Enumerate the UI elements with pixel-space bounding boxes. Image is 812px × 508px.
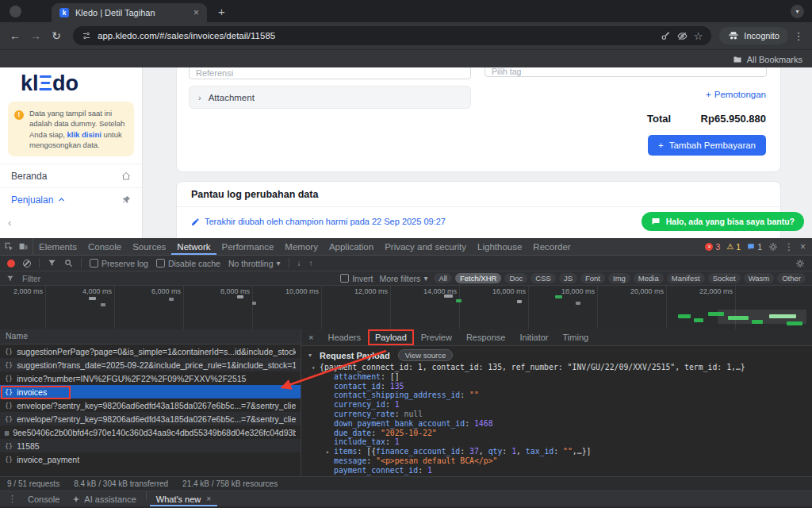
request-row-9ee50406c2b00bfd4c970e140c36[interactable]: ▤9ee50406c2b00bfd4c970e140c360d34aa9c4db… [0, 425, 301, 439]
notice-link[interactable]: klik disini [67, 130, 102, 139]
detail-tab-timing[interactable]: Timing [556, 329, 596, 345]
profile-avatar[interactable] [10, 6, 21, 17]
throttling-dropdown[interactable]: No throttling▾ [228, 259, 281, 268]
pemotongan-link[interactable]: + Pemotongan [706, 90, 766, 99]
request-row-invoice-payment[interactable]: {}invoice_payment [0, 452, 301, 466]
filter-chip-font[interactable]: Font [580, 273, 605, 283]
forward-button[interactable]: → [27, 29, 44, 42]
preserve-log-checkbox[interactable]: Preserve log [90, 259, 148, 268]
devtools-tab-network[interactable]: Network [171, 238, 216, 255]
issues-badge[interactable]: 1 [747, 242, 762, 252]
request-row-invoices[interactable]: {}invoices [0, 385, 301, 398]
back-button[interactable]: ← [6, 29, 24, 42]
all-bookmarks-button[interactable]: All Bookmarks [747, 55, 802, 64]
close-details-icon[interactable]: × [301, 333, 320, 342]
devtools-tab-application[interactable]: Application [324, 238, 379, 255]
settings-gear-icon[interactable] [768, 242, 778, 252]
filter-input[interactable] [21, 273, 222, 284]
network-overview-timeline[interactable]: 2,000 ms4,000 ms6,000 ms8,000 ms10,000 m… [0, 286, 812, 330]
filter-chip-manifest[interactable]: Manifest [667, 273, 705, 283]
network-settings-gear-icon[interactable] [795, 259, 805, 268]
export-har-icon[interactable]: ↑ [309, 259, 313, 267]
clear-network-log-icon[interactable] [23, 260, 31, 267]
filter-chip-socket[interactable]: Socket [708, 273, 741, 283]
warning-icon: ⚠ [726, 243, 733, 251]
filter-chip-media[interactable]: Media [634, 273, 664, 283]
detail-tab-initiator[interactable]: Initiator [512, 329, 555, 345]
sidebar-item-penjualan[interactable]: Penjualan [0, 187, 142, 211]
filter-chip-img[interactable]: Img [608, 273, 630, 283]
attachment-expander[interactable]: › Attachment [189, 86, 471, 109]
chat-widget-button[interactable]: Halo, ada yang bisa saya bantu? [642, 212, 804, 231]
devtools-tab-memory[interactable]: Memory [279, 238, 324, 255]
request-row-11585[interactable]: {}11585 [0, 439, 301, 452]
filter-chip-all[interactable]: All [434, 273, 452, 283]
kledo-logo[interactable]: klΞdo [0, 67, 142, 96]
drawer-menu-icon[interactable]: ⋮ [3, 494, 21, 504]
disable-cache-checkbox[interactable]: Disable cache [156, 259, 220, 268]
drawer-tab-ai-assistance[interactable]: AI assistance [66, 491, 142, 506]
filter-chip-other[interactable]: Other [777, 273, 806, 283]
devtools-tab-performance[interactable]: Performance [216, 238, 280, 255]
filter-chip-fetch-xhr[interactable]: Fetch/XHR [455, 273, 501, 283]
request-row-envelope-sentry-key-98206ad6[interactable]: {}envelope/?sentry_key=98206ad6edfd43a18… [0, 412, 301, 425]
detail-tab-payload[interactable]: Payload [368, 329, 414, 345]
record-button[interactable] [7, 260, 15, 267]
eye-off-icon[interactable] [677, 31, 688, 41]
devtools-tab-recorder[interactable]: Recorder [527, 238, 576, 255]
devtools-tab-lighthouse[interactable]: Lighthouse [472, 238, 527, 255]
new-tab-button[interactable]: + [218, 5, 225, 18]
devtools-tab-sources[interactable]: Sources [127, 238, 171, 255]
name-column-header[interactable]: Name [0, 329, 301, 344]
search-icon[interactable] [64, 259, 73, 267]
request-row-suggestion-trans-date-2025-0[interactable]: {}suggestion?trans_date=2025-09-22&inclu… [0, 358, 301, 371]
more-filters-dropdown[interactable]: More filters▾ [379, 274, 427, 283]
referensi-input[interactable] [189, 67, 471, 79]
devtools-menu-icon[interactable]: ⋮ [784, 241, 794, 252]
filter-chip-js[interactable]: JS [559, 273, 577, 283]
sidebar-collapse-icon[interactable]: ‹ [8, 217, 11, 229]
detail-tab-headers[interactable]: Headers [320, 329, 368, 345]
import-har-icon[interactable]: ↓ [297, 259, 301, 267]
filter-chip-css[interactable]: CSS [530, 273, 556, 283]
view-source-button[interactable]: View source [398, 349, 454, 361]
detail-tab-preview[interactable]: Preview [414, 329, 459, 345]
filter-chip-wasm[interactable]: Wasm [744, 273, 775, 283]
request-row-suggestionperpage-page-0-is-[interactable]: {}suggestionPerPage?page=0&is_simple=1&c… [0, 344, 301, 358]
filter-funnel-icon[interactable] [48, 259, 56, 267]
sidebar-item-beranda[interactable]: Beranda [0, 164, 142, 187]
inspect-element-icon[interactable] [4, 241, 14, 252]
add-payment-button[interactable]: + Tambah Pembayaran [648, 135, 766, 156]
tree-open-icon[interactable]: ▾ [308, 352, 312, 359]
request-row-invoice-number-inv-2fgu-2f22[interactable]: {}invoice?number=INV%2FGU%2F22%2F09%2FXX… [0, 371, 301, 385]
password-key-icon[interactable] [661, 31, 671, 41]
devtools-tab-elements[interactable]: Elements [33, 238, 82, 255]
error-badge[interactable]: ×3 [705, 242, 720, 252]
warning-badge[interactable]: ⚠1 [726, 242, 741, 252]
url-text[interactable]: app.kledo.com/#/sales/invoices/detail/11… [98, 31, 654, 40]
bookmark-star-icon[interactable]: ☆ [694, 30, 703, 42]
drawer-tab-console[interactable]: Console [21, 491, 66, 506]
devtools-tab-privacy-and-security[interactable]: Privacy and security [379, 238, 472, 255]
tag-input[interactable] [485, 67, 767, 77]
chevron-right-icon: › [198, 93, 201, 102]
browser-menu-icon[interactable]: ⋮ [791, 30, 806, 42]
tree-toggle-icon[interactable]: ▸ [326, 448, 334, 457]
devtools-close-icon[interactable]: × [800, 241, 806, 252]
request-row-envelope-sentry-key-98206ad6[interactable]: {}envelope/?sentry_key=98206ad6edfd43a18… [0, 398, 301, 412]
address-bar[interactable]: app.kledo.com/#/sales/invoices/detail/11… [73, 26, 711, 45]
invert-checkbox[interactable]: Invert [340, 274, 373, 283]
tree-toggle-icon[interactable]: ▾ [312, 364, 320, 373]
detail-tab-response[interactable]: Response [459, 329, 513, 345]
tab-search-button[interactable]: ▾ [791, 5, 804, 18]
pin-icon[interactable] [122, 195, 131, 204]
filter-chip-doc[interactable]: Doc [504, 273, 527, 283]
site-settings-icon[interactable] [82, 31, 91, 40]
tab-close-icon[interactable]: × [193, 7, 199, 18]
devtools-tab-console[interactable]: Console [82, 238, 127, 255]
reload-button[interactable]: ↻ [48, 29, 65, 42]
device-toolbar-icon[interactable] [18, 241, 29, 252]
drawer-tab-what-s-new[interactable]: What's new× [150, 491, 217, 506]
close-icon[interactable]: × [206, 495, 211, 503]
browser-tab[interactable]: k Kledo | Detil Tagihan × [52, 3, 207, 22]
